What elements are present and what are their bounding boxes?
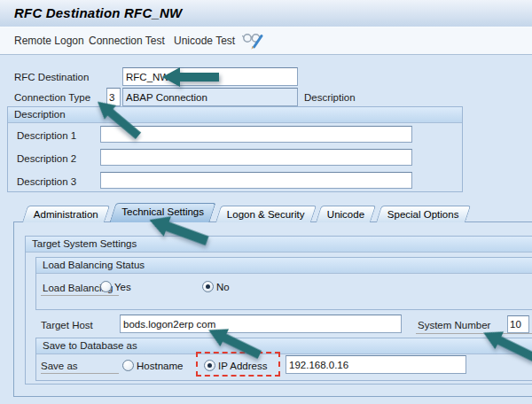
description-group-title: Description — [8, 107, 462, 123]
target-system-settings-title: Target System Settings — [26, 237, 532, 252]
tab-logon-security[interactable]: Logon & Security — [215, 206, 316, 222]
connection-test-button[interactable]: Connection Test — [89, 35, 165, 47]
radio-label: Hostname — [137, 361, 183, 371]
description-group-box: Description Description 1 Description 2 … — [7, 106, 463, 192]
connection-type-text-field — [122, 88, 298, 106]
glasses-pencil-icon — [241, 31, 264, 50]
radio-circle-icon — [204, 360, 215, 371]
ip-address-input[interactable] — [286, 355, 466, 374]
save-to-database-title: Save to Database as — [36, 338, 532, 354]
load-balancing-yes-radio[interactable]: Yes — [100, 281, 131, 292]
system-number-input[interactable] — [507, 315, 529, 333]
annotation-arrow-rfc-destination — [162, 66, 219, 88]
tab-strip: Administration Technical Settings Logon … — [25, 204, 473, 222]
connection-type-label: Connection Type — [14, 92, 90, 103]
radio-label: Yes — [114, 282, 131, 292]
remote-logon-button[interactable]: Remote Logon — [14, 35, 84, 47]
save-as-label-rule — [41, 373, 119, 374]
unicode-test-button[interactable]: Unicode Test — [174, 35, 235, 47]
target-host-input[interactable] — [120, 315, 402, 333]
load-balancing-status-title: Load Balancing Status — [36, 258, 532, 274]
tab-special-options[interactable]: Special Options — [376, 206, 471, 222]
application-toolbar: Remote Logon Connection Test Unicode Tes… — [0, 27, 532, 55]
tab-administration[interactable]: Administration — [22, 206, 110, 222]
save-as-label: Save as — [41, 361, 78, 371]
window-title-bar: RFC Destination RFC_NW — [0, 0, 532, 27]
radio-circle-icon — [122, 360, 134, 371]
tab-unicode[interactable]: Unicode — [316, 206, 376, 222]
save-as-ip-address-radio[interactable]: IP Address — [204, 360, 267, 371]
target-host-label: Target Host — [41, 320, 93, 330]
description-2-input[interactable] — [100, 149, 412, 166]
tab-label: Administration — [34, 206, 98, 222]
radio-circle-icon — [100, 281, 112, 292]
description-1-label: Description 1 — [17, 130, 76, 141]
radio-label: IP Address — [218, 361, 267, 371]
description-3-input[interactable] — [100, 172, 412, 189]
tab-label: Special Options — [387, 206, 459, 222]
load-balancing-no-radio[interactable]: No — [202, 281, 230, 292]
system-number-label-rule — [416, 333, 532, 334]
description-3-label: Description 3 — [17, 176, 76, 187]
description-side-label: Description — [304, 92, 356, 103]
radio-label: No — [216, 282, 230, 292]
system-number-label: System Number — [418, 320, 490, 330]
tab-label: Logon & Security — [226, 206, 304, 222]
rfc-destination-label: RFC Destination — [14, 72, 89, 82]
tab-label: Unicode — [327, 206, 364, 222]
display-change-icon[interactable] — [241, 31, 264, 54]
save-as-hostname-radio[interactable]: Hostname — [122, 360, 183, 371]
load-balancing-label-rule — [41, 295, 119, 296]
page-title: RFC Destination RFC_NW — [14, 5, 182, 20]
radio-circle-icon — [202, 281, 214, 292]
description-1-input[interactable] — [100, 126, 412, 143]
description-2-label: Description 2 — [17, 153, 76, 164]
